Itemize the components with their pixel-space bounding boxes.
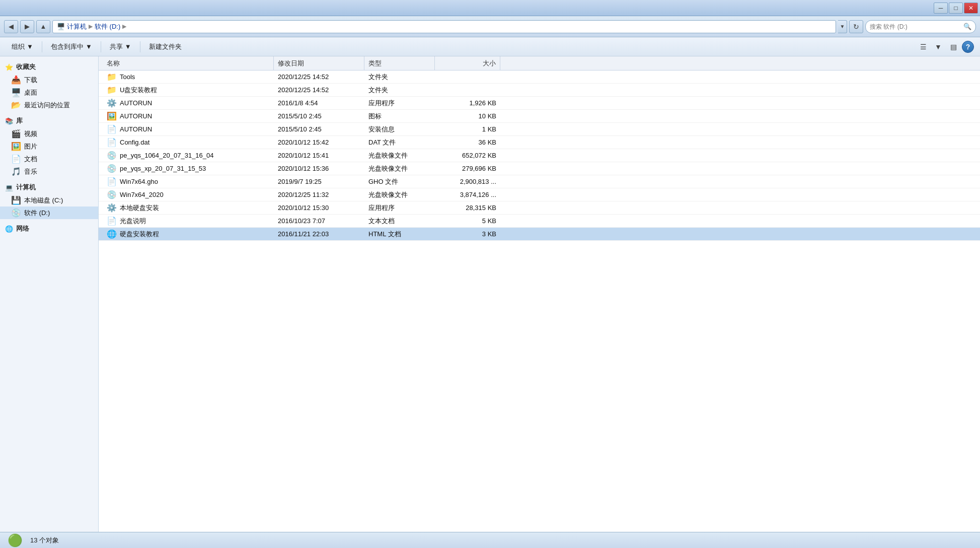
- sidebar-item-music[interactable]: 🎵 音乐: [0, 165, 98, 178]
- help-button[interactable]: ?: [962, 41, 974, 53]
- column-header-date[interactable]: 修改日期: [274, 56, 364, 70]
- table-row[interactable]: 📄 AUTORUN 2015/5/10 2:45 安装信息 1 KB: [99, 123, 980, 136]
- file-name-cell: 💿 pe_yqs_1064_20_07_31_16_04: [103, 151, 274, 160]
- table-row[interactable]: 🌐 硬盘安装教程 2016/11/21 22:03 HTML 文档 3 KB: [99, 228, 980, 241]
- minimize-button[interactable]: ─: [934, 3, 948, 14]
- videos-label: 视频: [24, 129, 37, 139]
- path-computer[interactable]: 计算机: [67, 22, 87, 31]
- new-folder-button[interactable]: 新建文件夹: [143, 40, 187, 54]
- file-list: 📁 Tools 2020/12/25 14:52 文件夹 📁 U盘安装教程 20…: [99, 71, 980, 532]
- file-size-cell: 3,874,126 ...: [435, 191, 500, 198]
- sidebar-computer-header[interactable]: 💻 计算机: [0, 181, 98, 194]
- table-row[interactable]: 💿 pe_yqs_1064_20_07_31_16_04 2020/10/12 …: [99, 149, 980, 162]
- file-name-text: AUTORUN: [120, 112, 152, 120]
- close-button[interactable]: ✕: [964, 3, 978, 14]
- column-header-type[interactable]: 类型: [364, 56, 435, 70]
- refresh-button[interactable]: ↻: [849, 20, 863, 33]
- table-row[interactable]: 🖼️ AUTORUN 2015/5/10 2:45 图标 10 KB: [99, 110, 980, 123]
- file-size-cell: 1,926 KB: [435, 99, 500, 107]
- computer-sidebar-icon: 💻: [5, 184, 13, 191]
- organize-label: 组织: [12, 42, 25, 51]
- sidebar-network-header[interactable]: 🌐 网络: [0, 222, 98, 235]
- column-header-name[interactable]: 名称: [103, 56, 274, 70]
- sidebar-item-desktop[interactable]: 🖥️ 桌面: [0, 86, 98, 99]
- sidebar-favorites-header[interactable]: ⭐ 收藏夹: [0, 60, 98, 74]
- file-type-icon: 📁: [107, 72, 117, 82]
- file-date-cell: 2020/12/25 14:52: [274, 73, 364, 81]
- documents-icon: 📄: [11, 154, 21, 164]
- sidebar: ⭐ 收藏夹 📥 下载 🖥️ 桌面 📂 最近访问的位置 📚 库: [0, 56, 99, 532]
- toolbar-right: ☰ ▼ ▤ ?: [917, 40, 974, 53]
- file-type-cell: 安装信息: [364, 125, 435, 134]
- network-label: 网络: [16, 224, 29, 233]
- file-type-cell: 应用程序: [364, 99, 435, 108]
- file-name-cell: ⚙️ 本地硬盘安装: [103, 203, 274, 213]
- table-row[interactable]: ⚙️ AUTORUN 2016/1/8 4:54 应用程序 1,926 KB: [99, 97, 980, 110]
- file-date-cell: 2020/12/25 14:52: [274, 86, 364, 94]
- star-icon: ⭐: [5, 63, 13, 71]
- file-name-cell: 📄 光盘说明: [103, 216, 274, 226]
- sidebar-item-pictures[interactable]: 🖼️ 图片: [0, 140, 98, 153]
- file-size-cell: 652,072 KB: [435, 152, 500, 159]
- sidebar-network-section: 🌐 网络: [0, 222, 98, 235]
- column-header-size[interactable]: 大小: [435, 56, 500, 70]
- sidebar-item-drive-d[interactable]: 💿 软件 (D:): [0, 207, 98, 219]
- address-dropdown-button[interactable]: ▼: [838, 20, 847, 33]
- drive-c-icon: 💾: [11, 195, 21, 205]
- file-type-icon: 🖼️: [107, 111, 117, 121]
- search-input[interactable]: [870, 23, 961, 30]
- toolbar-separator-3: [140, 41, 140, 52]
- status-icon: 🟢: [6, 533, 24, 547]
- sidebar-item-videos[interactable]: 🎬 视频: [0, 127, 98, 140]
- network-icon: 🌐: [5, 225, 13, 233]
- table-row[interactable]: 📄 Win7x64.gho 2019/9/7 19:25 GHO 文件 2,90…: [99, 175, 980, 188]
- sidebar-computer-section: 💻 计算机 💾 本地磁盘 (C:) 💿 软件 (D:): [0, 181, 98, 219]
- file-type-icon: 📄: [107, 124, 117, 134]
- table-row[interactable]: ⚙️ 本地硬盘安装 2020/10/12 15:30 应用程序 28,315 K…: [99, 201, 980, 215]
- view-toggle-button[interactable]: ☰: [917, 40, 930, 53]
- pictures-label: 图片: [24, 142, 37, 151]
- sidebar-item-recent[interactable]: 📂 最近访问的位置: [0, 99, 98, 111]
- sidebar-item-downloads[interactable]: 📥 下载: [0, 74, 98, 86]
- back-button[interactable]: ◀: [4, 20, 18, 33]
- drive-d-label: 软件 (D:): [24, 209, 50, 218]
- music-icon: 🎵: [11, 167, 21, 176]
- up-button[interactable]: ▲: [36, 20, 50, 33]
- file-name-text: U盘安装教程: [120, 86, 157, 95]
- maximize-button[interactable]: □: [949, 3, 963, 14]
- videos-icon: 🎬: [11, 129, 21, 139]
- computer-label: 计算机: [16, 183, 36, 192]
- file-type-icon: ⚙️: [107, 98, 117, 108]
- path-software-d[interactable]: 软件 (D:): [95, 22, 120, 31]
- table-row[interactable]: 📄 Config.dat 2020/10/12 15:42 DAT 文件 36 …: [99, 136, 980, 149]
- file-type-icon: 💿: [107, 190, 117, 199]
- address-path[interactable]: 🖥️ 计算机 ▶ 软件 (D:) ▶: [52, 20, 836, 33]
- organize-button[interactable]: 组织 ▼: [6, 40, 39, 54]
- file-date-cell: 2016/1/8 4:54: [274, 99, 364, 107]
- table-row[interactable]: 📄 光盘说明 2016/10/23 7:07 文本文档 5 KB: [99, 215, 980, 228]
- table-row[interactable]: 📁 U盘安装教程 2020/12/25 14:52 文件夹: [99, 84, 980, 97]
- forward-button[interactable]: ▶: [20, 20, 34, 33]
- status-bar: 🟢 13 个对象: [0, 532, 980, 548]
- sidebar-item-documents[interactable]: 📄 文档: [0, 153, 98, 165]
- table-row[interactable]: 💿 Win7x64_2020 2020/12/25 11:32 光盘映像文件 3…: [99, 188, 980, 201]
- table-row[interactable]: 📁 Tools 2020/12/25 14:52 文件夹: [99, 71, 980, 84]
- view-dropdown-button[interactable]: ▼: [932, 40, 945, 53]
- downloads-icon: 📥: [11, 75, 21, 85]
- file-type-cell: 光盘映像文件: [364, 151, 435, 160]
- preview-pane-button[interactable]: ▤: [947, 40, 960, 53]
- share-button[interactable]: 共享 ▼: [104, 40, 137, 54]
- share-dropdown-icon: ▼: [125, 43, 131, 50]
- status-count: 13 个对象: [30, 536, 59, 545]
- titlebar: ─ □ ✕: [0, 0, 980, 16]
- search-icon[interactable]: 🔍: [963, 23, 971, 30]
- file-type-icon: 💿: [107, 151, 117, 160]
- table-row[interactable]: 💿 pe_yqs_xp_20_07_31_15_53 2020/10/12 15…: [99, 162, 980, 175]
- file-name-text: 本地硬盘安装: [120, 203, 159, 213]
- sidebar-item-drive-c[interactable]: 💾 本地磁盘 (C:): [0, 194, 98, 207]
- toolbar-separator-1: [42, 41, 42, 52]
- sidebar-library-header[interactable]: 📚 库: [0, 114, 98, 127]
- include-library-button[interactable]: 包含到库中 ▼: [45, 40, 98, 54]
- library-icon: 📚: [5, 117, 13, 125]
- file-size-cell: 2,900,813 ...: [435, 178, 500, 185]
